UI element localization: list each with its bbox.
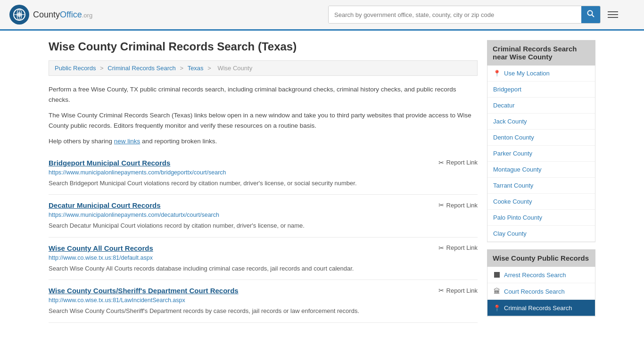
- report-icon: ✂: [438, 159, 444, 166]
- record-title[interactable]: Wise County All Court Records: [49, 244, 153, 252]
- report-label: Report Link: [446, 202, 478, 209]
- breadcrumb-sep: >: [100, 65, 105, 72]
- record-entry: Wise County All Court Records ✂ Report L…: [49, 238, 478, 280]
- search-area: [328, 6, 620, 24]
- square-icon: [493, 271, 501, 279]
- site-header: CountyOffice.org: [0, 0, 644, 31]
- menu-line: [608, 11, 618, 12]
- search-button[interactable]: [581, 6, 600, 23]
- intro-paragraph-3: Help others by sharing new links and rep…: [49, 136, 478, 147]
- nearby-link[interactable]: Bridgeport: [493, 86, 521, 93]
- record-url[interactable]: https://www.municipalonlinepayments.com/…: [49, 169, 478, 176]
- record-header: Wise County All Court Records ✂ Report L…: [49, 244, 478, 252]
- report-label: Report Link: [446, 287, 478, 294]
- records-sidebar-link[interactable]: Court Records Search: [504, 288, 565, 295]
- breadcrumb-sep: >: [180, 65, 185, 72]
- intro3-post: and reporting broken links.: [140, 138, 217, 145]
- nearby-link[interactable]: Cooke County: [493, 198, 532, 205]
- sidebar-records-item[interactable]: Arrest Records Search: [487, 267, 595, 283]
- sidebar-nearby-item[interactable]: Bridgeport: [487, 82, 595, 98]
- intro-paragraph-1: Perform a free Wise County, TX public cr…: [49, 84, 478, 105]
- sidebar-nearby-item[interactable]: Clay County: [487, 226, 595, 242]
- record-desc: Search Bridgeport Municipal Court violat…: [49, 179, 478, 188]
- report-label: Report Link: [446, 159, 478, 166]
- logo-area[interactable]: CountyOffice.org: [9, 5, 92, 25]
- intro-paragraph-2: The Wise County Criminal Records Search …: [49, 110, 478, 131]
- record-title[interactable]: Bridgeport Municipal Court Records: [49, 159, 170, 167]
- records-sidebar-link[interactable]: Arrest Records Search: [504, 272, 566, 279]
- breadcrumb-texas[interactable]: Texas: [188, 65, 204, 72]
- search-input[interactable]: [329, 6, 581, 23]
- svg-line-6: [592, 15, 594, 17]
- location-icon: 📍: [493, 70, 501, 77]
- content-area: Wise County Criminal Records Search (Tex…: [49, 40, 478, 323]
- intro3-pre: Help others by sharing: [49, 138, 114, 145]
- record-desc: Search Decatur Municipal Court violation…: [49, 221, 478, 230]
- nearby-link[interactable]: Jack County: [493, 118, 527, 125]
- records-list: Bridgeport Municipal Court Records ✂ Rep…: [49, 152, 478, 323]
- report-link[interactable]: ✂ Report Link: [438, 201, 478, 209]
- sidebar: Criminal Records Search near Wise County…: [487, 40, 595, 323]
- nearby-link[interactable]: Montague County: [493, 166, 542, 173]
- sidebar-nearby-item[interactable]: Jack County: [487, 114, 595, 130]
- nearby-link[interactable]: Tarrant County: [493, 182, 533, 189]
- nearby-list: 📍Use My LocationBridgeportDecaturJack Co…: [487, 66, 595, 242]
- breadcrumb-criminal-records[interactable]: Criminal Records Search: [107, 65, 176, 72]
- logo-text: CountyOffice.org: [33, 10, 92, 20]
- sidebar-nearby-item[interactable]: Denton County: [487, 130, 595, 146]
- sidebar-nearby-item[interactable]: Decatur: [487, 98, 595, 114]
- sidebar-nearby-item[interactable]: 📍Use My Location: [487, 66, 595, 82]
- sidebar-records-item[interactable]: 📍Criminal Records Search: [487, 300, 595, 316]
- nearby-link[interactable]: Use My Location: [504, 70, 550, 77]
- record-url[interactable]: http://www.co.wise.tx.us:81/default.aspx: [49, 255, 478, 261]
- sidebar-records-item[interactable]: 🏛Court Records Search: [487, 283, 595, 300]
- report-link[interactable]: ✂ Report Link: [438, 244, 478, 252]
- record-entry: Decatur Municipal Court Records ✂ Report…: [49, 195, 478, 238]
- building-icon: 🏛: [493, 288, 501, 295]
- nearby-header: Criminal Records Search near Wise County: [487, 40, 595, 66]
- search-icon: [587, 10, 594, 17]
- nearby-link[interactable]: Palo Pinto County: [493, 214, 542, 221]
- record-header: Decatur Municipal Court Records ✂ Report…: [49, 201, 478, 209]
- nearby-link[interactable]: Parker County: [493, 150, 532, 157]
- breadcrumb-public-records[interactable]: Public Records: [55, 65, 96, 72]
- nearby-link[interactable]: Clay County: [493, 230, 527, 237]
- report-link[interactable]: ✂ Report Link: [438, 287, 478, 294]
- report-link[interactable]: ✂ Report Link: [438, 159, 478, 166]
- sidebar-nearby-item[interactable]: Parker County: [487, 146, 595, 162]
- records-section: Wise County Public Records Arrest Record…: [487, 249, 595, 317]
- search-box: [328, 6, 601, 24]
- location-filled-icon: 📍: [493, 304, 501, 312]
- record-title[interactable]: Decatur Municipal Court Records: [49, 201, 161, 209]
- svg-point-5: [588, 11, 593, 16]
- nearby-link[interactable]: Decatur: [493, 102, 515, 109]
- menu-line: [608, 14, 618, 15]
- record-header: Wise County Courts/Sheriff's Department …: [49, 287, 478, 295]
- sidebar-nearby-item[interactable]: Tarrant County: [487, 178, 595, 194]
- record-desc: Search Wise County Courts/Sheriff's Depa…: [49, 306, 478, 316]
- breadcrumb-wise-county: Wise County: [217, 65, 252, 72]
- records-header: Wise County Public Records: [487, 249, 595, 267]
- page-title: Wise County Criminal Records Search (Tex…: [49, 40, 478, 53]
- report-icon: ✂: [438, 201, 444, 209]
- sidebar-nearby-item[interactable]: Montague County: [487, 162, 595, 178]
- record-entry: Wise County Courts/Sheriff's Department …: [49, 280, 478, 323]
- logo-icon: [9, 5, 29, 25]
- records-sidebar-link[interactable]: Criminal Records Search: [504, 304, 572, 312]
- report-icon: ✂: [438, 244, 444, 252]
- sidebar-nearby-item[interactable]: Palo Pinto County: [487, 210, 595, 226]
- record-header: Bridgeport Municipal Court Records ✂ Rep…: [49, 159, 478, 167]
- record-desc: Search Wise County All Courts records da…: [49, 264, 478, 273]
- report-label: Report Link: [446, 244, 478, 251]
- record-title[interactable]: Wise County Courts/Sheriff's Department …: [49, 287, 239, 295]
- menu-button[interactable]: [605, 9, 620, 20]
- breadcrumb: Public Records > Criminal Records Search…: [49, 60, 478, 76]
- records-list-sidebar: Arrest Records Search🏛Court Records Sear…: [487, 267, 595, 317]
- sidebar-nearby-item[interactable]: Cooke County: [487, 194, 595, 210]
- nearby-link[interactable]: Denton County: [493, 134, 534, 141]
- nearby-section: Criminal Records Search near Wise County…: [487, 40, 595, 242]
- record-url[interactable]: https://www.municipalonlinepayments.com/…: [49, 212, 478, 218]
- menu-line: [608, 17, 618, 18]
- record-url[interactable]: http://www.co.wise.tx.us:81/LawIncidentS…: [49, 297, 478, 304]
- new-links-link[interactable]: new links: [114, 138, 140, 145]
